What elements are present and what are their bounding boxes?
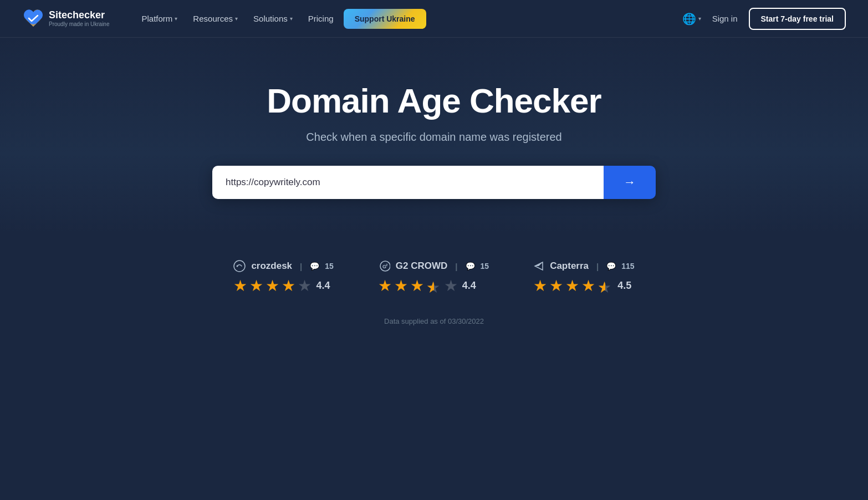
language-selector[interactable]: 🌐 ▾: [682, 12, 701, 25]
g2-stars: ★ ★ ★ ★ ★ ★ 4.4: [378, 277, 476, 295]
chevron-down-icon: ▾: [235, 16, 238, 22]
half-star: ★ ★: [426, 278, 442, 294]
arrow-right-icon: →: [624, 175, 636, 190]
nav-resources[interactable]: Resources ▾: [187, 9, 243, 28]
g2-icon: G 2: [378, 260, 390, 272]
nav-solutions[interactable]: Solutions ▾: [248, 9, 298, 28]
crozdesk-stars: ★ ★ ★ ★ ★ 4.4: [233, 277, 330, 295]
comment-icon: 💬: [606, 262, 616, 271]
nav-platform[interactable]: Platform ▾: [136, 9, 183, 28]
crozdesk-name: crozdesk: [251, 261, 292, 272]
crozdesk-rating: crozdesk | 💬 15 ★ ★ ★ ★ ★ 4.4: [233, 260, 333, 295]
g2-score: 4.4: [462, 280, 476, 292]
search-button[interactable]: →: [604, 166, 656, 199]
capterra-name: Capterra: [550, 261, 589, 272]
brand-name: Sitechecker: [49, 10, 110, 21]
comment-icon: 💬: [310, 262, 319, 271]
chevron-down-icon: ▾: [175, 16, 177, 22]
g2-count: 15: [481, 262, 489, 271]
logo[interactable]: Sitechecker Proudly made in Ukraine: [22, 9, 110, 29]
svg-point-0: [234, 261, 245, 272]
chevron-down-icon: ▾: [290, 16, 293, 22]
globe-icon: 🌐: [682, 12, 696, 25]
nav-pricing[interactable]: Pricing: [303, 9, 339, 28]
domain-search-input[interactable]: [212, 166, 604, 199]
svg-text:2: 2: [386, 263, 388, 267]
capterra-count: 115: [621, 262, 634, 271]
half-star: ★ ★: [598, 278, 613, 294]
ratings-section: crozdesk | 💬 15 ★ ★ ★ ★ ★ 4.4 G 2 G2 CRO…: [0, 232, 868, 317]
crozdesk-count: 15: [325, 262, 334, 271]
search-bar: →: [212, 166, 656, 199]
nav-links: Platform ▾ Resources ▾ Solutions ▾ Prici…: [136, 9, 665, 29]
comment-icon: 💬: [466, 262, 475, 271]
navbar: Sitechecker Proudly made in Ukraine Plat…: [0, 0, 868, 38]
trial-button[interactable]: Start 7-day free trial: [749, 8, 846, 30]
sign-in-link[interactable]: Sign in: [712, 14, 738, 23]
logo-icon: [22, 9, 44, 29]
svg-point-1: [237, 266, 238, 267]
hero-section: Domain Age Checker Check when a specific…: [0, 38, 868, 232]
g2-rating: G 2 G2 CROWD | 💬 15 ★ ★ ★ ★ ★ ★ 4.4: [378, 260, 489, 295]
chevron-down-icon: ▾: [698, 16, 701, 22]
g2-name: G2 CROWD: [396, 261, 448, 272]
capterra-rating: Capterra | 💬 115 ★ ★ ★ ★ ★ ★ 4.5: [533, 260, 634, 295]
nav-right: 🌐 ▾ Sign in Start 7-day free trial: [682, 8, 846, 30]
support-ukraine-button[interactable]: Support Ukraine: [344, 9, 426, 29]
capterra-score: 4.5: [617, 280, 631, 292]
crozdesk-icon: [233, 260, 246, 272]
capterra-stars: ★ ★ ★ ★ ★ ★ 4.5: [533, 277, 631, 295]
capterra-icon: [533, 260, 544, 272]
hero-subtitle: Check when a specific domain name was re…: [306, 131, 561, 144]
brand-tagline: Proudly made in Ukraine: [49, 21, 110, 27]
svg-marker-6: [535, 262, 543, 266]
crozdesk-score: 4.4: [316, 280, 330, 292]
data-note: Data supplied as of 03/30/2022: [0, 317, 868, 342]
hero-title: Domain Age Checker: [267, 82, 601, 120]
